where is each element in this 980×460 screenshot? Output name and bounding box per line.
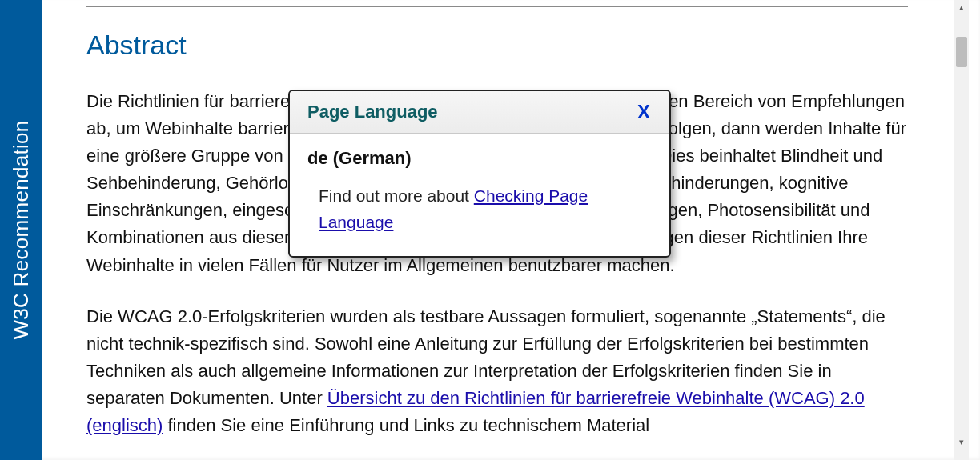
vertical-scrollbar[interactable]: ▴ ▾ <box>954 0 969 449</box>
scroll-down-arrow-icon[interactable]: ▾ <box>954 434 969 449</box>
dialog-title: Page Language <box>307 102 438 122</box>
page-language-dialog: Page Language X de (German) Find out mor… <box>288 90 671 258</box>
sidebar-badge: W3C Recommendation <box>0 0 42 460</box>
close-button[interactable]: X <box>634 101 653 123</box>
dialog-body: de (German) Find out more about Checking… <box>290 134 669 256</box>
sidebar-label: W3C Recommendation <box>9 120 34 339</box>
scroll-up-arrow-icon[interactable]: ▴ <box>954 0 969 14</box>
scroll-thumb[interactable] <box>956 37 967 67</box>
dialog-header: Page Language X <box>290 91 669 134</box>
abstract-paragraph-2: Die WCAG 2.0-Erfolgskriterien wurden als… <box>86 303 908 439</box>
scrollbar-corner <box>954 449 969 460</box>
abstract-heading: Abstract <box>86 30 908 61</box>
paragraph2-post: finden Sie eine Einführung und Links zu … <box>163 415 649 435</box>
page-language-value: de (German) <box>307 148 652 169</box>
document-viewport: W3C Recommendation Abstract Die Richtlin… <box>0 0 980 460</box>
dialog-desc-pre: Find out more about <box>319 186 474 205</box>
top-rule <box>86 6 908 7</box>
dialog-description: Find out more about Checking Page Langua… <box>307 183 652 235</box>
